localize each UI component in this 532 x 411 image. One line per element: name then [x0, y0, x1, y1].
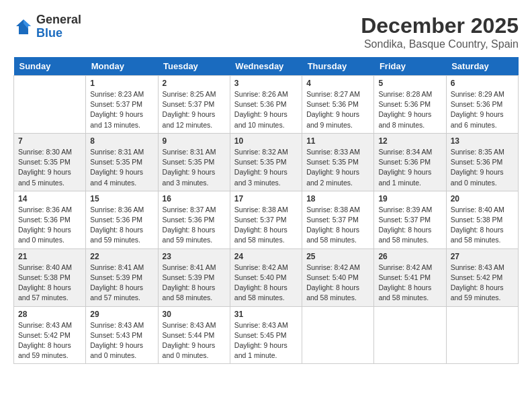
calendar-cell	[302, 306, 374, 364]
day-number: 10	[234, 136, 298, 146]
day-info: Sunrise: 8:43 AMSunset: 5:42 PMDaylight:…	[451, 263, 514, 304]
day-number: 6	[451, 79, 514, 88]
day-info: Sunrise: 8:43 AMSunset: 5:42 PMDaylight:…	[18, 320, 81, 361]
location: Sondika, Basque Country, Spain	[361, 38, 519, 50]
calendar-cell: 17Sunrise: 8:38 AMSunset: 5:37 PMDayligh…	[230, 191, 302, 248]
calendar-cell: 27Sunrise: 8:43 AMSunset: 5:42 PMDayligh…	[446, 248, 518, 306]
day-info: Sunrise: 8:32 AMSunset: 5:35 PMDaylight:…	[234, 147, 298, 188]
calendar-cell: 1Sunrise: 8:23 AMSunset: 5:37 PMDaylight…	[86, 76, 158, 134]
day-info: Sunrise: 8:42 AMSunset: 5:41 PMDaylight:…	[378, 263, 441, 304]
title-section: December 2025 Sondika, Basque Country, S…	[361, 13, 519, 50]
week-row-3: 14Sunrise: 8:36 AMSunset: 5:36 PMDayligh…	[14, 191, 519, 248]
calendar-cell: 28Sunrise: 8:43 AMSunset: 5:42 PMDayligh…	[14, 306, 86, 364]
day-info: Sunrise: 8:31 AMSunset: 5:35 PMDaylight:…	[163, 147, 226, 188]
calendar-cell: 26Sunrise: 8:42 AMSunset: 5:41 PMDayligh…	[374, 248, 446, 306]
day-number: 11	[306, 136, 369, 146]
day-info: Sunrise: 8:30 AMSunset: 5:35 PMDaylight:…	[18, 147, 81, 188]
day-info: Sunrise: 8:42 AMSunset: 5:40 PMDaylight:…	[306, 263, 369, 304]
calendar-cell: 23Sunrise: 8:41 AMSunset: 5:39 PMDayligh…	[158, 248, 230, 306]
day-info: Sunrise: 8:34 AMSunset: 5:36 PMDaylight:…	[378, 147, 441, 188]
day-number: 31	[234, 310, 298, 319]
calendar-cell: 14Sunrise: 8:36 AMSunset: 5:36 PMDayligh…	[14, 191, 86, 248]
day-header-wednesday: Wednesday	[230, 57, 302, 76]
day-info: Sunrise: 8:33 AMSunset: 5:35 PMDaylight:…	[306, 147, 369, 188]
day-info: Sunrise: 8:23 AMSunset: 5:37 PMDaylight:…	[90, 89, 153, 130]
calendar-cell: 5Sunrise: 8:28 AMSunset: 5:36 PMDaylight…	[374, 76, 446, 134]
day-number: 28	[18, 310, 81, 319]
day-number: 12	[378, 136, 441, 146]
calendar-cell: 24Sunrise: 8:42 AMSunset: 5:40 PMDayligh…	[230, 248, 302, 306]
month-title: December 2025	[361, 13, 519, 38]
day-info: Sunrise: 8:26 AMSunset: 5:36 PMDaylight:…	[234, 89, 298, 130]
day-info: Sunrise: 8:43 AMSunset: 5:44 PMDaylight:…	[163, 320, 226, 361]
day-number: 24	[234, 252, 298, 261]
day-info: Sunrise: 8:40 AMSunset: 5:38 PMDaylight:…	[18, 263, 81, 304]
day-number: 25	[306, 252, 369, 261]
calendar-cell: 25Sunrise: 8:42 AMSunset: 5:40 PMDayligh…	[302, 248, 374, 306]
day-number: 22	[90, 252, 153, 261]
calendar-cell: 19Sunrise: 8:39 AMSunset: 5:37 PMDayligh…	[374, 191, 446, 248]
day-info: Sunrise: 8:31 AMSunset: 5:35 PMDaylight:…	[90, 147, 153, 188]
calendar-cell: 20Sunrise: 8:40 AMSunset: 5:38 PMDayligh…	[446, 191, 518, 248]
week-row-2: 7Sunrise: 8:30 AMSunset: 5:35 PMDaylight…	[14, 133, 519, 191]
day-number: 30	[163, 310, 226, 319]
calendar-table: SundayMondayTuesdayWednesdayThursdayFrid…	[13, 57, 519, 364]
calendar-cell: 18Sunrise: 8:38 AMSunset: 5:37 PMDayligh…	[302, 191, 374, 248]
calendar-cell: 9Sunrise: 8:31 AMSunset: 5:35 PMDaylight…	[158, 133, 230, 191]
logo: General Blue	[13, 13, 81, 40]
calendar-cell: 15Sunrise: 8:36 AMSunset: 5:36 PMDayligh…	[86, 191, 158, 248]
day-number: 19	[378, 194, 441, 203]
logo-text: General Blue	[36, 13, 81, 40]
calendar-cell: 12Sunrise: 8:34 AMSunset: 5:36 PMDayligh…	[374, 133, 446, 191]
day-info: Sunrise: 8:27 AMSunset: 5:36 PMDaylight:…	[306, 89, 369, 130]
day-info: Sunrise: 8:43 AMSunset: 5:45 PMDaylight:…	[234, 320, 298, 361]
day-number: 13	[451, 136, 514, 146]
calendar-cell: 11Sunrise: 8:33 AMSunset: 5:35 PMDayligh…	[302, 133, 374, 191]
calendar-cell: 22Sunrise: 8:41 AMSunset: 5:39 PMDayligh…	[86, 248, 158, 306]
day-info: Sunrise: 8:36 AMSunset: 5:36 PMDaylight:…	[90, 205, 153, 246]
day-info: Sunrise: 8:39 AMSunset: 5:37 PMDaylight:…	[378, 205, 441, 246]
calendar-cell: 6Sunrise: 8:29 AMSunset: 5:36 PMDaylight…	[446, 76, 518, 134]
calendar-cell: 16Sunrise: 8:37 AMSunset: 5:36 PMDayligh…	[158, 191, 230, 248]
day-info: Sunrise: 8:29 AMSunset: 5:36 PMDaylight:…	[451, 89, 514, 130]
calendar-cell: 4Sunrise: 8:27 AMSunset: 5:36 PMDaylight…	[302, 76, 374, 134]
logo-blue: Blue	[36, 27, 81, 40]
header-row: SundayMondayTuesdayWednesdayThursdayFrid…	[14, 57, 519, 76]
day-header-tuesday: Tuesday	[158, 57, 230, 76]
calendar-cell: 29Sunrise: 8:43 AMSunset: 5:43 PMDayligh…	[86, 306, 158, 364]
day-number: 4	[306, 79, 369, 88]
calendar-cell: 21Sunrise: 8:40 AMSunset: 5:38 PMDayligh…	[14, 248, 86, 306]
day-header-saturday: Saturday	[446, 57, 518, 76]
calendar-cell: 31Sunrise: 8:43 AMSunset: 5:45 PMDayligh…	[230, 306, 302, 364]
day-number: 16	[163, 194, 226, 203]
day-number: 27	[451, 252, 514, 261]
day-info: Sunrise: 8:28 AMSunset: 5:36 PMDaylight:…	[378, 89, 441, 130]
day-info: Sunrise: 8:37 AMSunset: 5:36 PMDaylight:…	[163, 205, 226, 246]
day-number: 14	[18, 194, 81, 203]
day-number: 23	[163, 252, 226, 261]
day-number: 5	[378, 79, 441, 88]
day-info: Sunrise: 8:35 AMSunset: 5:36 PMDaylight:…	[451, 147, 514, 188]
day-info: Sunrise: 8:38 AMSunset: 5:37 PMDaylight:…	[234, 205, 298, 246]
day-number: 2	[163, 79, 226, 88]
day-header-sunday: Sunday	[14, 57, 86, 76]
calendar-cell: 10Sunrise: 8:32 AMSunset: 5:35 PMDayligh…	[230, 133, 302, 191]
week-row-4: 21Sunrise: 8:40 AMSunset: 5:38 PMDayligh…	[14, 248, 519, 306]
day-header-friday: Friday	[374, 57, 446, 76]
calendar-cell	[14, 76, 86, 134]
calendar-cell: 2Sunrise: 8:25 AMSunset: 5:37 PMDaylight…	[158, 76, 230, 134]
day-header-monday: Monday	[86, 57, 158, 76]
day-number: 1	[90, 79, 153, 88]
day-info: Sunrise: 8:41 AMSunset: 5:39 PMDaylight:…	[90, 263, 153, 304]
week-row-5: 28Sunrise: 8:43 AMSunset: 5:42 PMDayligh…	[14, 306, 519, 364]
day-number: 3	[234, 79, 298, 88]
day-number: 17	[234, 194, 298, 203]
logo-icon	[13, 17, 34, 37]
calendar-cell: 7Sunrise: 8:30 AMSunset: 5:35 PMDaylight…	[14, 133, 86, 191]
day-info: Sunrise: 8:42 AMSunset: 5:40 PMDaylight:…	[234, 263, 298, 304]
day-number: 15	[90, 194, 153, 203]
day-info: Sunrise: 8:38 AMSunset: 5:37 PMDaylight:…	[306, 205, 369, 246]
day-number: 18	[306, 194, 369, 203]
logo-general: General	[36, 13, 81, 27]
day-info: Sunrise: 8:43 AMSunset: 5:43 PMDaylight:…	[90, 320, 153, 361]
